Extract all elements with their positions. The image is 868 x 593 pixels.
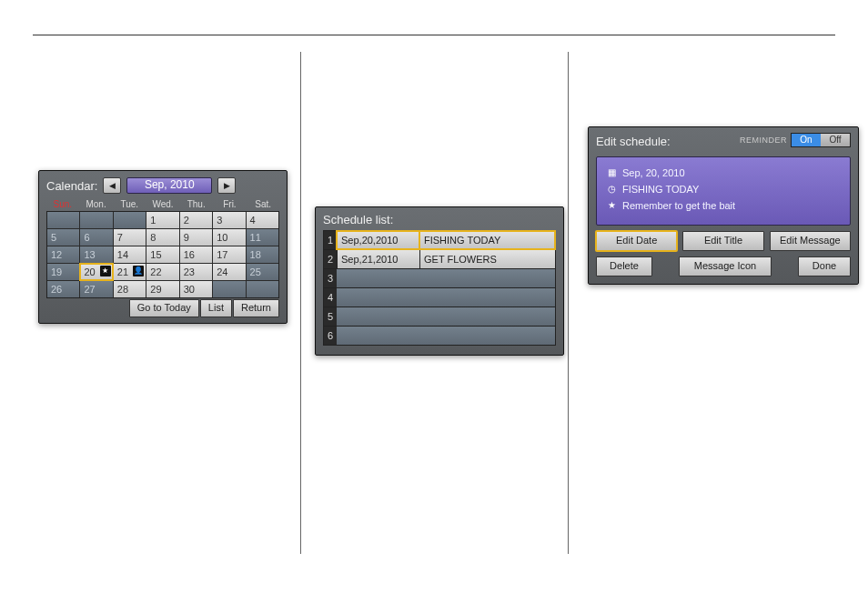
schedule-date: Sep,20,2010 (337, 231, 419, 249)
schedule-row-4: 4 (324, 288, 555, 307)
calendar-day-5[interactable]: 5 (47, 229, 79, 246)
calendar-day-29[interactable]: 29 (146, 281, 178, 297)
schedule-row-index: 4 (324, 288, 337, 307)
schedule-row-6: 6 (324, 327, 555, 345)
schedule-row-index: 5 (324, 307, 337, 326)
calendar-day-2[interactable]: 2 (180, 212, 212, 228)
schedule-row-3: 3 (324, 269, 555, 288)
calendar-day-14[interactable]: 14 (114, 246, 146, 263)
calendar-day-8[interactable]: 8 (146, 229, 178, 246)
calendar-day-7[interactable]: 7 (114, 229, 146, 246)
calendar-day-empty (47, 212, 79, 228)
schedule-row-5: 5 (324, 307, 555, 327)
reminder-on[interactable]: On (792, 134, 821, 146)
schedule-title: GET FLOWERS (419, 250, 555, 268)
dow-sat: Sat. (247, 198, 279, 210)
calendar-day-4[interactable]: 4 (247, 212, 278, 228)
dow-wed: Wed. (146, 198, 179, 210)
edit-body: ▦ Sep, 20, 2010 ◷ FISHING TODAY ★ Rememb… (596, 156, 851, 226)
person-icon: 👤 (133, 266, 144, 276)
schedule-list-panel: Schedule list: 1Sep,20,2010FISHING TODAY… (315, 206, 564, 356)
list-button[interactable]: List (200, 299, 232, 317)
schedule-row-index: 3 (324, 269, 337, 287)
calendar-day-28[interactable]: 28 (114, 281, 146, 297)
dow-thu: Thu. (180, 198, 213, 210)
star-icon: ★ (100, 266, 111, 276)
reminder-off[interactable]: Off (821, 134, 850, 146)
calendar-day-23[interactable]: 23 (180, 264, 212, 280)
done-button[interactable]: Done (798, 256, 851, 276)
calendar-day-13[interactable]: 13 (80, 246, 112, 263)
calendar-day-30[interactable]: 30 (180, 281, 212, 297)
calendar-day-20[interactable]: 20★ (80, 264, 112, 280)
delete-button[interactable]: Delete (596, 256, 652, 276)
column-divider-1 (300, 52, 301, 554)
calendar-day-3[interactable]: 3 (213, 212, 245, 228)
star-icon: ★ (606, 200, 617, 211)
reminder-toggle-group: REMINDER On Off (740, 133, 851, 147)
calendar-day-16[interactable]: 16 (180, 246, 212, 263)
edit-title-button[interactable]: Edit Title (682, 231, 763, 251)
message-icon-button[interactable]: Message Icon (679, 256, 772, 276)
schedule-list-title: Schedule list: (323, 213, 556, 226)
schedule-title: FISHING TODAY (419, 231, 555, 249)
schedule-row-index: 6 (324, 327, 337, 345)
calendar-day-9[interactable]: 9 (180, 229, 212, 246)
calendar-day-empty (114, 212, 146, 228)
calendar-day-1[interactable]: 1 (146, 212, 178, 228)
calendar-day-26[interactable]: 26 (47, 281, 79, 297)
dow-fri: Fri. (214, 198, 247, 210)
calendar-day-21[interactable]: 21👤 (114, 264, 146, 280)
calendar-day-22[interactable]: 22 (146, 264, 178, 280)
calendar-day-18[interactable]: 18 (247, 246, 278, 263)
dow-sun: Sun. (46, 198, 79, 210)
clock-icon: ◷ (606, 184, 617, 195)
edit-subject-value: FISHING TODAY (622, 181, 699, 197)
calendar-day-12[interactable]: 12 (47, 246, 79, 263)
column-divider-2 (568, 52, 569, 554)
calendar-day-17[interactable]: 17 (213, 246, 245, 263)
edit-schedule-title: Edit schedule: (596, 135, 671, 148)
calendar-title: Calendar: (46, 179, 97, 193)
calendar-icon: ▦ (606, 167, 617, 178)
prev-month-button[interactable]: ◀ (103, 177, 121, 194)
schedule-row-1[interactable]: 1Sep,20,2010FISHING TODAY (324, 231, 555, 250)
calendar-day-24[interactable]: 24 (213, 264, 245, 280)
calendar-day-19[interactable]: 19 (47, 264, 79, 280)
schedule-row-2[interactable]: 2Sep,21,2010GET FLOWERS (324, 250, 555, 269)
return-button[interactable]: Return (233, 299, 279, 317)
edit-schedule-panel: Edit schedule: REMINDER On Off ▦ Sep, 20… (588, 126, 859, 285)
schedule-row-index: 1 (324, 231, 337, 249)
calendar-day-empty (247, 281, 278, 297)
reminder-label: REMINDER (740, 136, 787, 145)
calendar-day-25[interactable]: 25 (247, 264, 278, 280)
reminder-toggle[interactable]: On Off (791, 133, 851, 147)
go-to-today-button[interactable]: Go to Today (129, 299, 199, 317)
dow-tue: Tue. (113, 198, 146, 210)
calendar-day-empty (80, 212, 112, 228)
next-month-button[interactable]: ▶ (217, 177, 236, 194)
calendar-day-27[interactable]: 27 (80, 281, 112, 297)
calendar-day-6[interactable]: 6 (80, 229, 112, 246)
calendar-day-10[interactable]: 10 (213, 229, 245, 246)
current-month-label[interactable]: Sep, 2010 (126, 177, 212, 194)
calendar-day-empty (213, 281, 245, 297)
edit-message-value: Remember to get the bait (622, 197, 735, 214)
schedule-date: Sep,21,2010 (337, 250, 419, 268)
calendar-day-15[interactable]: 15 (146, 246, 178, 263)
edit-message-button[interactable]: Edit Message (770, 231, 851, 251)
schedule-row-index: 2 (324, 250, 337, 268)
edit-date-value: Sep, 20, 2010 (622, 165, 685, 181)
calendar-day-11[interactable]: 11 (247, 229, 278, 246)
dow-mon: Mon. (80, 198, 113, 210)
edit-date-button[interactable]: Edit Date (596, 231, 677, 251)
calendar-panel: Calendar: ◀ Sep, 2010 ▶ Sun.Mon.Tue.Wed.… (38, 170, 288, 324)
